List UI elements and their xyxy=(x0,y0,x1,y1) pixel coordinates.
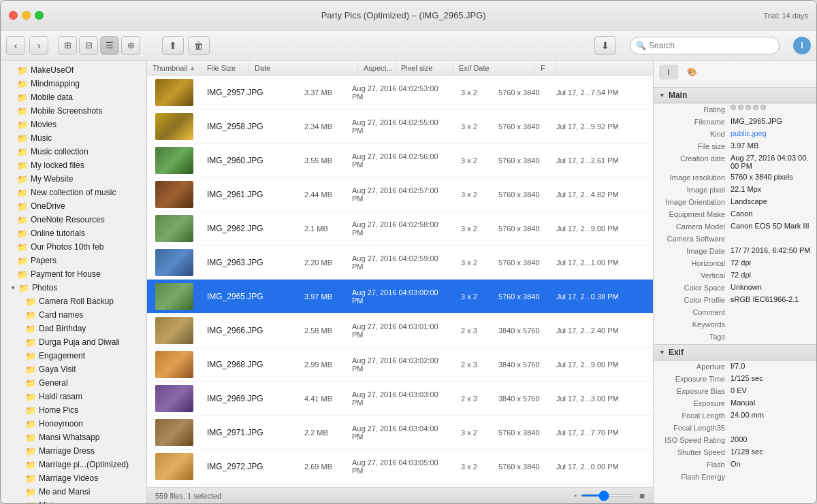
rating-dot-3[interactable] xyxy=(746,105,751,110)
sidebar-item-mindmapping[interactable]: 📁Mindmapping xyxy=(1,77,146,90)
panel-tab-color[interactable]: 🎨 xyxy=(682,65,701,80)
sidebar-item-movies[interactable]: 📁Movies xyxy=(1,118,146,131)
panel-section-exif-header[interactable]: ▼ Exif xyxy=(654,344,816,360)
col-header-date[interactable]: Date xyxy=(249,61,358,75)
file-date: Aug 27, 2016 04:03:02:00 PM xyxy=(347,356,455,373)
col-header-aspect[interactable]: Aspect... xyxy=(358,61,396,75)
sidebar-item-general[interactable]: 📁General xyxy=(1,376,146,390)
sidebar-item-mansi-whatsapp[interactable]: 📁Mansi Whatsapp xyxy=(1,431,146,444)
sidebar-item-photos[interactable]: ▾📁Photos xyxy=(1,281,146,295)
zoom-range-input[interactable] xyxy=(581,494,635,497)
sidebar-item-mobile-screenshots[interactable]: 📁Mobile Screenshots xyxy=(1,104,146,118)
minimize-button[interactable] xyxy=(22,11,31,20)
table-row[interactable]: IMG_2972.JPG2.69 MBAug 27, 2016 04:03:05… xyxy=(147,450,653,484)
table-row[interactable]: IMG_2968.JPG2.99 MBAug 27, 2016 04:03:02… xyxy=(147,348,653,382)
sidebar-item-me-and-mansi[interactable]: 📁Me and Mansi xyxy=(1,485,146,499)
folder-icon: 📁 xyxy=(17,106,28,116)
sidebar-item-engagement[interactable]: 📁Engagement xyxy=(1,349,146,363)
thumb-cell xyxy=(147,212,202,245)
close-button[interactable] xyxy=(9,11,18,20)
rating-dot-2[interactable] xyxy=(738,105,743,110)
col-header-f[interactable]: F xyxy=(535,61,556,75)
table-row[interactable]: IMG_2969.JPG4.41 MBAug 27, 2016 04:03:03… xyxy=(147,382,653,416)
file-pixel: 3840 x 5760 xyxy=(493,394,551,403)
sidebar-item-music-collection[interactable]: 📁Music collection xyxy=(1,145,146,158)
sidebar-item-mixing[interactable]: 📁Mixing xyxy=(1,499,146,503)
rating-dot-1[interactable] xyxy=(731,105,736,110)
table-row[interactable]: IMG_2960.JPG3.55 MBAug 27, 2016 04:02:56… xyxy=(147,144,653,178)
col-header-size[interactable]: File Size xyxy=(202,61,249,75)
sidebar-item-card-names[interactable]: 📁Card names xyxy=(1,308,146,322)
file-date: Aug 27, 2016 04:03:00:00 PM xyxy=(347,288,455,305)
colorprofile-value: sRGB IEC61966-2.1 xyxy=(731,295,811,303)
thumbnail-image xyxy=(155,453,193,480)
file-date: Aug 27, 2016 04:02:55:00 PM xyxy=(347,118,455,135)
table-row[interactable]: IMG_2958.JPG2.34 MBAug 27, 2016 04:02:55… xyxy=(147,110,653,144)
sidebar-item-onenote-resources[interactable]: 📁OneNote Resources xyxy=(1,213,146,226)
info-button[interactable]: i xyxy=(793,37,811,54)
sidebar-item-gaya-visit[interactable]: 📁Gaya Visit xyxy=(1,363,146,376)
delete-button[interactable]: 🗑 xyxy=(188,36,210,55)
horizontal-label: Horizontal xyxy=(659,258,731,267)
iso-label: ISO Speed Rating xyxy=(659,435,731,444)
maximize-button[interactable] xyxy=(35,11,44,20)
rating-dot-5[interactable] xyxy=(760,105,766,110)
table-row[interactable]: IMG_2971.JPG2.2 MBAug 27, 2016 04:03:04:… xyxy=(147,416,653,450)
icon-view-button[interactable]: ⊞ xyxy=(58,36,77,55)
sidebar-item-payment-for-house[interactable]: 📁Payment for House xyxy=(1,267,146,281)
table-row[interactable]: IMG_2965.JPG3.97 MBAug 27, 2016 04:03:00… xyxy=(147,280,653,314)
panel-row-shutter: Shutter Speed 1/128 sec xyxy=(654,446,816,458)
file-list: Thumbnail ▲ File Size Date Aspect... Pix… xyxy=(147,61,653,503)
path-button[interactable]: ⬇ xyxy=(594,36,616,55)
panel-tab-info[interactable]: i xyxy=(659,65,678,80)
col-header-exif[interactable]: Exif Date xyxy=(453,61,535,75)
panel-row-colorprofile: Color Profile sRGB IEC61966-2.1 xyxy=(654,294,816,306)
sidebar-item-durga-puja[interactable]: 📁Durga Puja and Diwali xyxy=(1,335,146,349)
sidebar-item-music[interactable]: 📁Music xyxy=(1,131,146,145)
file-exif: Jul 17, 2...3.00 PM xyxy=(551,394,632,403)
sidebar-item-marriage-dress[interactable]: 📁Marriage Dress xyxy=(1,444,146,458)
sidebar-item-my-website[interactable]: 📁My Website xyxy=(1,172,146,186)
rating-dot-4[interactable] xyxy=(753,105,758,110)
col-header-pixel[interactable]: Pixel size xyxy=(396,61,453,75)
back-button[interactable]: ‹ xyxy=(6,36,25,55)
sidebar-item-my-locked-files[interactable]: 📁My locked files xyxy=(1,158,146,172)
file-pixel: 5760 x 3840 xyxy=(493,292,551,301)
panel-row-vertical: Vertical 72 dpi xyxy=(654,269,816,282)
sidebar-item-our-photos[interactable]: 📁Our Photos 10th feb xyxy=(1,240,146,254)
col-header-thumbnail[interactable]: Thumbnail ▲ xyxy=(147,61,202,75)
sidebar-item-onedrive[interactable]: 📁OneDrive xyxy=(1,199,146,213)
panel-section-exif: ▼ Exif Aperture f/7.0 Exposure Time 1/12… xyxy=(654,344,816,483)
folder-icon: 📁 xyxy=(25,433,36,443)
search-input[interactable] xyxy=(649,41,773,50)
sidebar-item-mobile-data[interactable]: 📁Mobile data xyxy=(1,90,146,104)
flow-view-button[interactable]: ⊕ xyxy=(121,36,140,55)
table-row[interactable]: IMG_2957.JPG3.37 MBAug 27, 2016 04:02:53… xyxy=(147,75,653,110)
sidebar-item-marriage-pics-optimized[interactable]: 📁Marriage pi...(Optimized) xyxy=(1,458,146,471)
forward-button[interactable]: › xyxy=(29,36,48,55)
table-row[interactable]: IMG_2962.JPG2.1 MBAug 27, 2016 04:02:58:… xyxy=(147,212,653,246)
sidebar-item-dad-birthday[interactable]: 📁Dad Birthday xyxy=(1,322,146,335)
sidebar-item-label: Our Photos 10th feb xyxy=(31,242,103,252)
disclosure-photos[interactable]: ▾ xyxy=(9,284,17,292)
share-button[interactable]: ⬆ xyxy=(162,36,184,55)
sidebar-item-marriage-videos[interactable]: 📁Marriage Videos xyxy=(1,471,146,485)
sidebar-item-camera-roll[interactable]: 📁Camera Roll Backup xyxy=(1,295,146,308)
imgdate-value: 17/ 7/ 2016, 6:42:50 PM xyxy=(731,246,811,254)
sidebar-item-honeymoon[interactable]: 📁Honeymoon xyxy=(1,417,146,431)
sidebar-item-home-pics[interactable]: 📁Home Pics xyxy=(1,403,146,417)
table-row[interactable]: IMG_2961.JPG2.44 MBAug 27, 2016 04:02:57… xyxy=(147,178,653,212)
grid-view-button[interactable]: ⊟ xyxy=(79,36,98,55)
sidebar-item-makeuseof[interactable]: 📁MakeUseOf xyxy=(1,63,146,77)
folder-icon: 📁 xyxy=(25,501,36,504)
list-view-button[interactable]: ☰ xyxy=(100,36,119,55)
table-row[interactable]: IMG_2966.JPG2.58 MBAug 27, 2016 04:03:01… xyxy=(147,314,653,348)
sidebar-item-online-tutorials[interactable]: 📁Online tutorials xyxy=(1,226,146,240)
table-row[interactable]: IMG_2963.JPG2.20 MBAug 27, 2016 04:02:59… xyxy=(147,246,653,280)
file-aspect: 2 x 3 xyxy=(455,394,493,403)
sidebar-item-haldi-rasam[interactable]: 📁Haldi rasam xyxy=(1,390,146,403)
sidebar-item-new-collection-of-music[interactable]: 📁New collection of music xyxy=(1,186,146,199)
rating-value[interactable] xyxy=(731,105,811,110)
panel-section-main-header[interactable]: ▼ Main xyxy=(654,87,816,103)
sidebar-item-papers[interactable]: 📁Papers xyxy=(1,254,146,267)
